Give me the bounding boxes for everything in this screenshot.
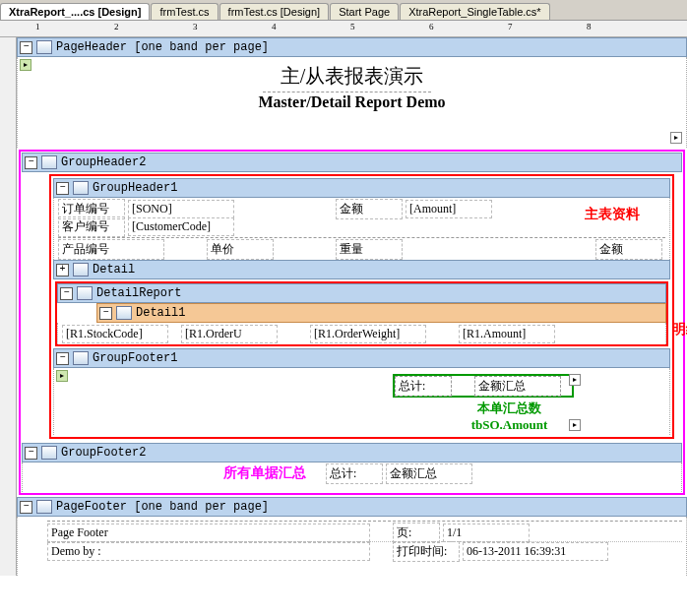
ruler-mark: 3 [193,22,198,31]
band-label: PageFooter [one band per page] [56,500,269,514]
band-icon [73,263,89,277]
collapse-icon[interactable]: − [56,182,69,195]
vertical-ruler [0,37,17,576]
band-label: PageHeader [one band per page] [56,40,269,54]
horizontal-ruler: 1 2 3 4 5 6 7 8 [0,21,687,37]
annotation-singlesum-box: 总计: 金额汇总 [393,374,574,398]
annotation-master: 主表资料 [585,206,640,223]
field-amount[interactable]: [Amount] [406,200,492,218]
tab-design[interactable]: XtraReport_....cs [Design] [0,3,150,20]
ruler-mark: 7 [508,22,513,31]
field-printtime[interactable]: 06-13-2011 16:39:31 [463,542,608,561]
label-amount[interactable]: 金额 [336,199,403,219]
band-groupfooter1[interactable]: − GroupFooter1 [53,348,670,368]
collapse-icon[interactable]: − [56,352,69,365]
smart-tag-icon[interactable]: ▸ [569,419,581,431]
ruler-mark: 8 [587,22,592,31]
annotation-allbands-box: − GroupHeader2 − GroupHeader1 订单编号 [SONO… [19,150,685,495]
band-label: DetailReport [96,286,181,300]
ruler-mark: 4 [272,22,277,31]
smart-tag-icon[interactable]: ▸ [56,370,68,382]
band-icon [41,446,57,460]
annotation-detail-box: − DetailReport − Detail1 [R1.StockCode] [55,281,668,346]
field-orderweight[interactable]: [R1.OrderWeight] [310,325,426,343]
band-label: GroupHeader1 [93,181,177,195]
field-r1amount[interactable]: [R1.Amount] [459,325,555,343]
col-prodno[interactable]: 产品编号 [58,239,164,260]
label-total2[interactable]: 总计: [326,463,383,484]
collapse-icon[interactable]: − [20,501,32,514]
col-weight[interactable]: 重量 [336,239,403,260]
band-icon [116,306,132,320]
annotation-master-box: − GroupHeader1 订单编号 [SONO] 金额 [Amount] 客… [49,174,674,439]
ruler-mark: 1 [35,22,40,31]
label-demoby[interactable]: Demo by : [47,542,370,561]
field-orderu[interactable]: [R1.OrderU [181,325,278,343]
tab-frmtest-design[interactable]: frmTest.cs [Design] [219,3,330,20]
tab-frmtest-cs[interactable]: frmTest.cs [151,3,218,20]
band-detail1[interactable]: − Detail1 [96,303,666,323]
band-detailreport[interactable]: − DetailReport [57,283,666,303]
field-amountsum2[interactable]: 金额汇总 [386,463,472,484]
label-customer[interactable]: 客户编号 [58,216,125,237]
ruler-mark: 6 [429,22,434,31]
title-chinese[interactable]: 主/从表报表演示 [22,59,682,93]
collapse-icon[interactable]: − [25,156,37,169]
band-label: Detail1 [136,306,185,320]
collapse-icon[interactable]: − [25,447,37,460]
ruler-mark: 5 [350,22,355,31]
band-icon [36,500,52,514]
band-groupfooter2[interactable]: − GroupFooter2 [22,443,682,462]
band-detail[interactable]: + Detail [53,260,670,279]
label-total[interactable]: 总计: [395,376,452,397]
field-stockcode[interactable]: [R1.StockCode] [62,325,168,343]
tab-bar: XtraReport_....cs [Design] frmTest.cs fr… [0,0,687,21]
band-groupheader1[interactable]: − GroupHeader1 [53,178,670,198]
band-groupheader2[interactable]: − GroupHeader2 [22,153,682,172]
annotation-singlesum: 本单汇总数 tbSO.Amount [353,400,665,433]
band-label: GroupHeader2 [61,155,146,169]
band-icon [36,40,52,54]
tab-start-page[interactable]: Start Page [330,3,399,20]
title-english[interactable]: Master/Detail Report Demo [22,93,682,117]
annotation-allsum: 所有单据汇总 [223,464,306,482]
collapse-icon[interactable]: − [60,287,73,300]
smart-tag-icon[interactable]: ▸ [569,374,581,386]
band-icon [41,155,57,169]
ruler-mark: 2 [114,22,119,31]
label-pagefooter-title[interactable]: Page Footer [47,524,370,542]
band-pageheader[interactable]: − PageHeader [one band per page] [17,37,687,57]
field-customer[interactable]: [CustomerCode] [128,217,234,236]
label-printtime[interactable]: 打印时间: [393,541,460,562]
band-label: GroupFooter1 [93,351,177,365]
band-label: Detail [93,263,135,277]
band-icon [73,351,89,365]
field-sono[interactable]: [SONO] [128,200,234,218]
col-price[interactable]: 单价 [207,239,274,260]
collapse-icon[interactable]: − [99,307,112,320]
band-pagefooter[interactable]: − PageFooter [one band per page] [17,497,687,517]
col-amount[interactable]: 金额 [595,239,662,260]
annotation-detail: 明细表资料 [668,321,687,339]
tab-singletable[interactable]: XtraReport_SingleTable.cs* [400,3,550,20]
band-label: GroupFooter2 [61,446,146,460]
design-surface[interactable]: − PageHeader [one band per page] ▸ 主/从表报… [17,37,687,576]
field-amountsum[interactable]: 金额汇总 [474,376,561,397]
band-icon [73,181,89,195]
smart-tag-icon[interactable]: ▸ [670,132,682,144]
field-pagenum[interactable]: 1/1 [443,524,530,542]
band-icon [77,286,93,300]
collapse-icon[interactable]: − [20,41,32,54]
label-page[interactable]: 页: [393,523,440,543]
expand-icon[interactable]: + [56,264,69,277]
